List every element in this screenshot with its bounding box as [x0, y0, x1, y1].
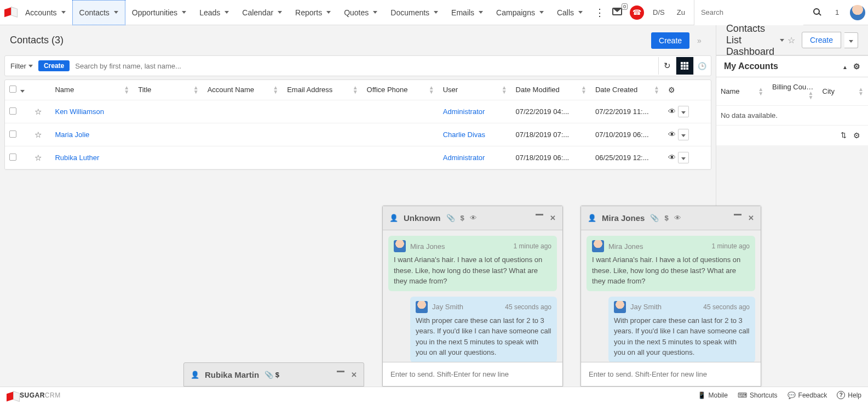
dashboard-create-dropdown[interactable]: [844, 32, 858, 48]
footer-shortcuts[interactable]: Shortcuts: [738, 391, 778, 399]
attachment-icon[interactable]: [265, 371, 273, 379]
footer-feedback[interactable]: Feedback: [787, 391, 827, 399]
ds-label: D/S: [649, 8, 668, 16]
row-actions-dropdown[interactable]: [678, 129, 689, 140]
favorite-icon[interactable]: ☆: [35, 107, 42, 116]
preview-icon[interactable]: 👁: [668, 130, 676, 139]
contacts-header: Contacts (3) Create »: [0, 25, 716, 55]
chevron-down-icon[interactable]: [114, 11, 118, 14]
preview-icon[interactable]: 👁: [668, 153, 676, 162]
row-checkbox[interactable]: [9, 130, 16, 138]
chevron-down-icon[interactable]: [225, 11, 229, 14]
phone-icon[interactable]: [630, 5, 644, 20]
chevron-down-icon[interactable]: [373, 11, 377, 14]
user-avatar[interactable]: [850, 5, 865, 20]
chat-input[interactable]: [581, 362, 761, 386]
chat-collapsed-rubika[interactable]: 👤 Rubika Martin: [183, 362, 364, 387]
attachment-icon[interactable]: [650, 214, 659, 222]
dollar-icon[interactable]: [461, 214, 464, 222]
row-checkbox[interactable]: [9, 107, 16, 115]
chevron-down-icon[interactable]: [182, 11, 186, 14]
chevron-down-icon[interactable]: [434, 11, 438, 14]
minimize-icon[interactable]: [337, 371, 344, 372]
eye-icon[interactable]: 👁: [674, 214, 681, 222]
chevron-down-icon[interactable]: [61, 11, 66, 14]
widget-settings-icon[interactable]: [853, 61, 860, 71]
chevron-down-icon[interactable]: [326, 11, 331, 14]
col-title[interactable]: Title▲▼: [134, 80, 203, 100]
nav-item-quotes[interactable]: Quotes: [337, 0, 384, 25]
search-icon[interactable]: [809, 8, 824, 16]
favorite-icon[interactable]: ☆: [35, 130, 42, 139]
col-account-name[interactable]: Account Name▲▼: [203, 80, 283, 100]
chevron-down-icon[interactable]: [479, 11, 483, 14]
chat-input[interactable]: [383, 362, 562, 386]
table-settings-icon[interactable]: [668, 86, 675, 94]
activity-icon[interactable]: [693, 57, 711, 75]
col-email-address[interactable]: Email Address▲▼: [283, 80, 362, 100]
select-all-checkbox[interactable]: [9, 86, 16, 93]
dashboard-create-button[interactable]: Create: [802, 32, 841, 48]
nav-item-emails[interactable]: Emails: [445, 0, 490, 25]
nav-item-reports[interactable]: Reports: [289, 0, 337, 25]
col-office-phone[interactable]: Office Phone▲▼: [363, 80, 439, 100]
contact-name-link[interactable]: Rubika Luther: [55, 154, 99, 162]
contact-name-link[interactable]: Maria Jolie: [55, 130, 89, 139]
user-link[interactable]: Administrator: [443, 107, 485, 116]
chevron-down-icon[interactable]: [539, 11, 544, 14]
row-actions-dropdown[interactable]: [678, 106, 689, 117]
nav-overflow-icon[interactable]: ⋮: [589, 7, 610, 19]
chevron-down-icon[interactable]: [578, 11, 583, 14]
widget-reorder-icon[interactable]: [841, 131, 847, 140]
widget-collapse-icon[interactable]: [842, 61, 848, 71]
minimize-icon[interactable]: [734, 214, 741, 215]
refresh-icon[interactable]: [658, 57, 676, 75]
nav-item-calendar[interactable]: Calendar: [235, 0, 289, 25]
create-contact-button[interactable]: Create: [651, 32, 689, 49]
favorite-icon[interactable]: ☆: [35, 153, 42, 162]
notification-count-right[interactable]: 1: [830, 8, 844, 16]
attachment-icon[interactable]: [446, 214, 455, 222]
favorite-dashboard-icon[interactable]: [784, 35, 798, 46]
col-user[interactable]: User▲▼: [439, 80, 511, 100]
minimize-icon[interactable]: [536, 214, 543, 215]
nav-item-campaigns[interactable]: Campaigns: [490, 0, 550, 25]
col-date-created[interactable]: Date Created▲▼: [591, 80, 664, 100]
nav-item-leads[interactable]: Leads: [193, 0, 235, 25]
collapse-right-icon[interactable]: »: [693, 36, 706, 45]
preview-icon[interactable]: 👁: [668, 107, 676, 116]
close-icon[interactable]: [351, 371, 357, 379]
acct-col-city[interactable]: City▲▼: [818, 77, 868, 106]
col-name[interactable]: Name▲▼: [50, 80, 134, 100]
footer-mobile[interactable]: Mobile: [698, 391, 728, 399]
global-search-input[interactable]: [694, 0, 803, 25]
dollar-icon[interactable]: [664, 214, 668, 222]
user-link[interactable]: Administrator: [443, 154, 485, 162]
user-link[interactable]: Charlie Divas: [443, 130, 485, 139]
grid-view-icon[interactable]: [676, 57, 693, 75]
close-icon[interactable]: [550, 214, 556, 222]
dashboard-dropdown-caret[interactable]: [780, 39, 784, 42]
nav-item-contacts[interactable]: Contacts: [72, 0, 125, 25]
message-time: 45 seconds ago: [703, 303, 750, 311]
nav-item-calls[interactable]: Calls: [550, 0, 589, 25]
col-date-modified[interactable]: Date Modified▲▼: [511, 80, 591, 100]
row-actions-dropdown[interactable]: [678, 152, 689, 163]
filter-create-pill[interactable]: Create: [38, 60, 70, 71]
nav-item-documents[interactable]: Documents: [384, 0, 445, 25]
nav-item-accounts[interactable]: Accounts: [19, 0, 72, 25]
close-icon[interactable]: [748, 214, 754, 222]
dollar-icon[interactable]: [275, 371, 279, 379]
widget-settings-icon-2[interactable]: [853, 131, 860, 140]
notifications-icon[interactable]: 0: [610, 5, 624, 19]
nav-item-opportunities[interactable]: Opportunities: [125, 0, 193, 25]
row-checkbox[interactable]: [9, 154, 16, 161]
filter-search-input[interactable]: [70, 62, 658, 70]
acct-col-billing-country[interactable]: Billing Country▲▼: [768, 77, 818, 106]
eye-icon[interactable]: 👁: [470, 214, 477, 222]
contact-name-link[interactable]: Ken Williamson: [55, 107, 104, 116]
filter-button[interactable]: Filter: [5, 62, 38, 70]
chevron-down-icon[interactable]: [278, 11, 282, 14]
footer-help[interactable]: Help: [837, 391, 861, 399]
acct-col-name[interactable]: Name▲▼: [716, 77, 768, 106]
